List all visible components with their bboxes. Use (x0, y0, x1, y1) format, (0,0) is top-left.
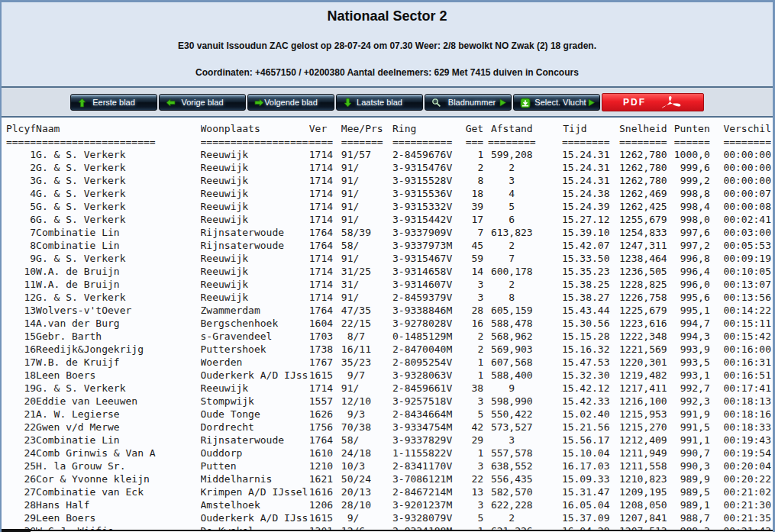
cell-ver: 1764 (309, 239, 341, 252)
cell-woonplaats: Reeuwijk (201, 291, 309, 304)
cell-ver: 1764 (309, 226, 341, 239)
separator-punten: ====== (667, 135, 710, 148)
cell-get: 3 (462, 459, 483, 472)
cell-snelheid: 1226,758 (610, 291, 667, 304)
cell-ver: 1714 (309, 200, 341, 213)
results-table-wrap: PlcyfNaamWoonplaatsVerMee/PrsRingGetAfst… (2, 118, 773, 532)
cell-afstand: 638,552 (483, 459, 540, 472)
cell-afstand: 550,422 (483, 408, 540, 421)
separator-snelheid: ======== (610, 135, 667, 148)
cell-woonplaats: Putten (201, 459, 309, 472)
cell-snelheid: 1262,780 (610, 148, 667, 161)
cell-get: 45 (462, 239, 483, 252)
vorige-blad-button[interactable]: Vorige blad (159, 94, 246, 111)
cell-mee-prs: 58/ (341, 239, 392, 252)
cell-get: 1 (462, 356, 483, 369)
cell-punten: 998,0 (667, 213, 710, 226)
cell-ring[interactable]: 3-9278028V (392, 317, 462, 330)
separator-naam: ==================== (36, 135, 200, 148)
cell-plcyf: 1 (2, 148, 36, 161)
cell-verschil: 00:16:51 (710, 369, 771, 382)
cell-tijd: 15.47.53 (540, 356, 609, 369)
button-label: Laatste blad (357, 98, 402, 107)
cell-mee-prs: 58/ (341, 434, 392, 447)
separator-afstand: ======== (483, 135, 540, 148)
column-header-plcyf: Plcyf (2, 122, 36, 135)
cell-get: 39 (462, 200, 483, 213)
cell-snelheid: 1223,616 (610, 317, 667, 330)
cell-afstand: 588,400 (483, 369, 540, 382)
cell-snelheid: 1217,411 (610, 382, 667, 395)
separator-mee-prs: ======= (341, 135, 392, 148)
cell-snelheid: 1222,348 (610, 330, 667, 343)
cell-get: 42 (462, 421, 483, 434)
cell-punten: 990,7 (667, 447, 710, 459)
cell-get: 28 (462, 304, 483, 317)
separator-get: === (462, 135, 483, 148)
cell-snelheid: 1215,270 (610, 421, 667, 434)
button-label: Bladnummer (448, 98, 496, 107)
cell-tijd: 15.32.30 (540, 369, 609, 382)
select-vlucht-button[interactable]: Select. Vlucht (513, 94, 600, 111)
cell-ring: 3-9328063V (392, 369, 462, 382)
coordinates-info: Coordinaten: +4657150 / +0200380 Aantal … (2, 51, 773, 78)
table-row: 21A. W. LegierseOude Tonge1626 9/32-8434… (2, 408, 771, 421)
cell-verschil: 00:21:30 (710, 498, 771, 511)
cell-get: 14 (462, 265, 483, 278)
bladnummer-button[interactable]: Bladnummer (425, 94, 512, 111)
chevron-right-icon (499, 98, 507, 107)
cell-plcyf: 20 (2, 395, 36, 408)
cell-plcyf: 5 (2, 200, 36, 213)
cell-tijd: 15.15.28 (540, 330, 609, 343)
cell-tijd: 15.39.10 (540, 226, 609, 239)
cell-naam: G. & S. Verkerk (36, 174, 200, 187)
cell-afstand: 4 (483, 187, 540, 200)
cell-naam: W.B. de Kruijf (36, 356, 200, 369)
cell-ring: 2-8095254V (392, 356, 462, 369)
cell-tijd: 15.24.39 (540, 200, 609, 213)
cell-woonplaats: Ouderkerk A/D IJss (201, 369, 309, 382)
cell-verschil: 00:21:02 (710, 485, 771, 498)
cell-afstand: 600,178 (483, 265, 540, 278)
cell-afstand: 7 (483, 252, 540, 265)
cell-tijd: 15.35.23 (540, 265, 609, 278)
volgende-blad-button[interactable]: Volgende blad (247, 94, 334, 111)
cell-verschil: 00:16:31 (710, 356, 771, 369)
cell-woonplaats: Reeuwijk (201, 200, 309, 213)
cell-plcyf: 29 (2, 511, 36, 524)
cell-plcyf: 15 (2, 330, 36, 343)
select-flight-icon (520, 98, 531, 108)
eerste-blad-button[interactable]: Eerste blad (70, 94, 157, 111)
cell-ring: 3-9328079V (392, 511, 462, 524)
cell-get: 38 (462, 382, 483, 395)
cell-afstand: 607,568 (483, 356, 540, 369)
cell-ring: 3-9334754M (392, 421, 462, 434)
cell-plcyf: 25 (2, 459, 36, 472)
cell-tijd: 16.05.04 (540, 498, 609, 511)
cell-woonplaats: Dordrecht (201, 421, 309, 434)
cell-mee-prs: 70/38 (341, 421, 392, 434)
cell-tijd: 15.43.44 (540, 304, 609, 317)
cell-ver: 1610 (309, 447, 341, 459)
table-row: 26Cor & Yvonne kleijnMiddelharnis162150/… (2, 472, 771, 485)
cell-get: 8 (462, 174, 483, 187)
cell-plcyf: 10 (2, 265, 36, 278)
cell-plcyf: 7 (2, 226, 36, 239)
cell-naam: G. & S. Verkerk (36, 213, 200, 226)
cell-get: 2 (462, 161, 483, 174)
pdf-label: PDF (623, 97, 646, 108)
cell-afstand: 582,570 (483, 485, 540, 498)
cell-snelheid: 1225,679 (610, 304, 667, 317)
pdf-button[interactable]: PDF (602, 93, 704, 111)
cell-woonplaats: Oude Tonge (201, 408, 309, 421)
results-page: Nationaal Sector 2 E30 vanuit Issoudun Z… (0, 0, 775, 532)
cell-tijd: 15.10.04 (540, 447, 609, 459)
cell-ver: 1714 (309, 265, 341, 278)
cell-woonplaats: Stompwijk (201, 395, 309, 408)
cell-ring: 3-9201237M (392, 498, 462, 511)
cell-ring: 3-9337973M (392, 239, 462, 252)
cell-verschil: 00:18:16 (710, 408, 771, 421)
laatste-blad-button[interactable]: Laatste blad (336, 94, 423, 111)
cell-woonplaats: Middelharnis (201, 472, 309, 485)
cell-ver: 1764 (309, 304, 341, 317)
